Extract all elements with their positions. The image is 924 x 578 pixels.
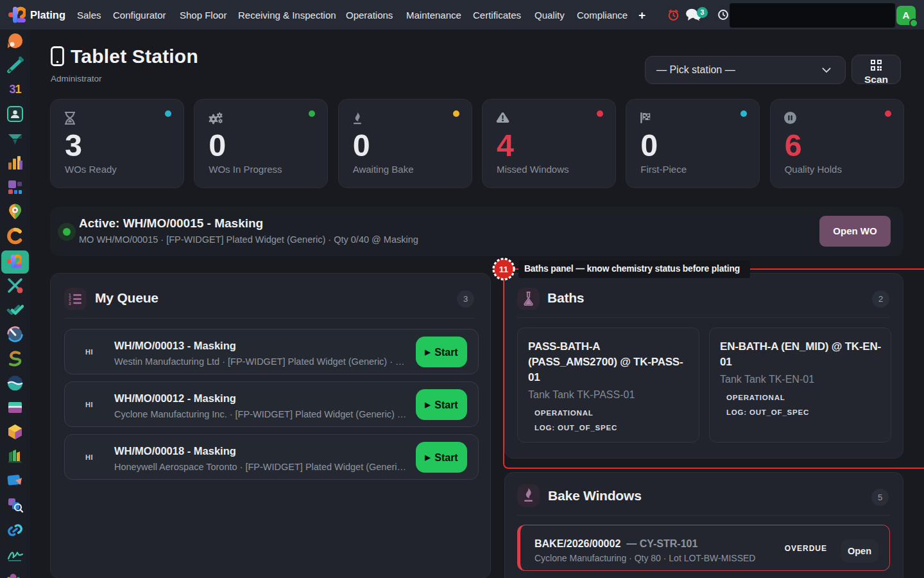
svg-text:11: 11 — [499, 265, 509, 274]
svg-text:3: 3 — [69, 301, 71, 306]
